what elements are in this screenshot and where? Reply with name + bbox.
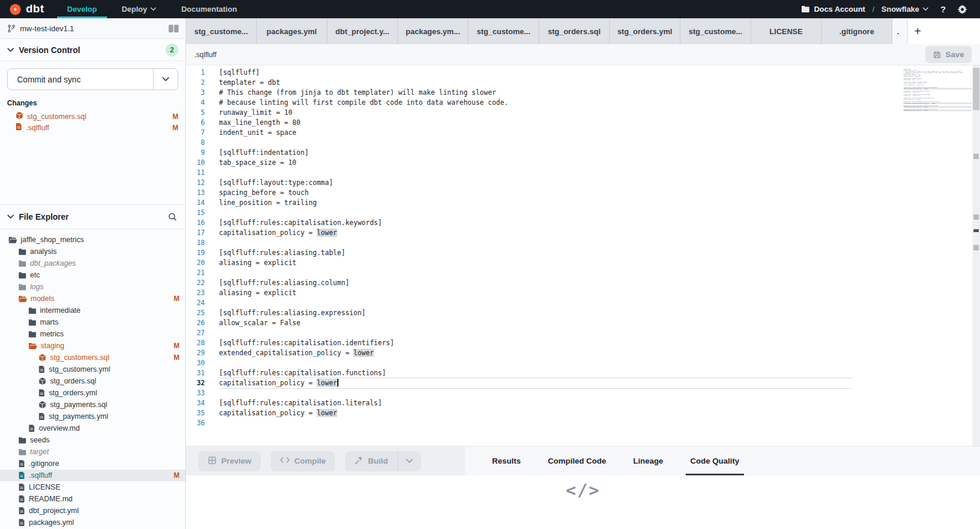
code-line[interactable]: aliasing = explicit: [219, 258, 852, 268]
code-line[interactable]: [219, 418, 852, 428]
editor-tab-4[interactable]: stg_custome...: [469, 18, 539, 44]
code-line[interactable]: line_position = trailing: [219, 198, 852, 208]
code-line[interactable]: [sqlfluff:rules:aliasing.column]: [219, 278, 852, 288]
tree-item-packages-yml[interactable]: packages.yml: [0, 517, 185, 528]
tree-item-license[interactable]: LICENSE: [0, 481, 185, 493]
editor-tab-8[interactable]: LICENSE: [751, 18, 822, 44]
nav-item-deploy[interactable]: Deploy: [109, 0, 169, 18]
code-line[interactable]: [sqlfluff:rules:capitalisation.literals]: [219, 398, 852, 408]
tree-item-stg-customers-yml[interactable]: stg_customers.yml: [0, 363, 185, 375]
tree-item-analysis[interactable]: analysis: [0, 246, 185, 257]
code-line[interactable]: # This change (from jinja to dbt templat…: [219, 88, 852, 98]
account-switcher[interactable]: Docs Account: [801, 5, 865, 14]
help-icon[interactable]: ?: [941, 4, 946, 14]
tree-item-seeds[interactable]: seeds: [0, 434, 185, 446]
code-line[interactable]: [219, 168, 852, 178]
tree-item-intermediate[interactable]: intermediate: [0, 305, 185, 316]
editor-tab-6[interactable]: stg_orders.yml: [610, 18, 680, 44]
commit-options-dropdown[interactable]: [153, 69, 178, 90]
tree-item-metrics[interactable]: metrics: [0, 328, 185, 340]
dbt-logo[interactable]: dbt: [0, 0, 55, 18]
tree-item-stg-payments-yml[interactable]: stg_payments.yml: [0, 411, 185, 422]
save-button[interactable]: Save: [925, 46, 972, 63]
file-explorer-header[interactable]: File Explorer: [0, 204, 185, 229]
code-line[interactable]: [219, 328, 852, 338]
split-panels-icon[interactable]: [168, 24, 180, 33]
tree-item-readme-md[interactable]: README.md: [0, 493, 185, 505]
tree-item-dbt-packages[interactable]: dbt_packages: [0, 257, 185, 269]
editor-tab-2[interactable]: dbt_project.y...: [327, 18, 398, 44]
code-editor[interactable]: 1234567891011121314151617181920212223242…: [186, 65, 980, 446]
code-line[interactable]: capitalisation_policy = lower: [219, 378, 852, 388]
editor-tab-9[interactable]: .gitignore: [822, 18, 892, 44]
code-line[interactable]: [sqlfluff:rules:aliasing.expression]: [219, 308, 852, 318]
scrollbar-thumb[interactable]: [973, 68, 979, 110]
code-line[interactable]: tab_space_size = 10: [219, 158, 852, 168]
code-line[interactable]: indent_unit = space: [219, 128, 852, 138]
code-line[interactable]: [219, 358, 852, 368]
tree-item-marts[interactable]: marts: [0, 316, 185, 328]
build-dropdown[interactable]: [397, 451, 421, 471]
change-item[interactable]: .sqlfluffM: [0, 122, 185, 133]
tree-item--gitignore[interactable]: .gitignore: [0, 458, 185, 470]
code-content[interactable]: [sqlfluff]templater = dbt# This change (…: [213, 65, 980, 446]
code-line[interactable]: # because linting will first compile dbt…: [219, 98, 852, 108]
compile-button[interactable]: Compile: [271, 451, 335, 471]
editor-tab-0[interactable]: stg_custome...: [186, 18, 257, 44]
tree-item-stg-orders-sql[interactable]: stg_orders.sql: [0, 375, 185, 387]
tree-item-stg-customers-sql[interactable]: stg_customers.sqlM: [0, 352, 185, 363]
panel-tab-code-quality[interactable]: Code Quality: [690, 447, 739, 475]
editor-tab-7[interactable]: stg_custome...: [680, 18, 751, 44]
panel-tab-compiled-code[interactable]: Compiled Code: [548, 447, 606, 475]
commit-and-sync-button[interactable]: Commit and sync: [7, 68, 178, 90]
code-line[interactable]: [219, 208, 852, 218]
code-line[interactable]: [sqlfluff:indentation]: [219, 148, 852, 158]
tree-item-staging[interactable]: stagingM: [0, 340, 185, 352]
tree-item-jaffle-shop-metrics[interactable]: jaffle_shop_metrics: [0, 234, 185, 246]
code-line[interactable]: [219, 388, 852, 398]
tree-item-overview-md[interactable]: overview.md: [0, 422, 185, 434]
tree-item-stg-orders-yml[interactable]: stg_orders.yml: [0, 387, 185, 399]
change-item[interactable]: stg_customers.sqlM: [0, 111, 185, 122]
code-line[interactable]: [sqlfluff:rules:capitalisation.identifie…: [219, 338, 852, 348]
editor-tab-5[interactable]: stg_orders.sql: [539, 18, 610, 44]
new-tab-button[interactable]: +: [908, 18, 928, 44]
tree-item-etc[interactable]: etc: [0, 269, 185, 281]
code-line[interactable]: [sqlfluff:rules:capitalisation.keywords]: [219, 218, 852, 228]
editor-scrollbar[interactable]: [972, 65, 980, 446]
version-control-header[interactable]: Version Control 2: [0, 39, 185, 61]
code-line[interactable]: runaway_limit = 10: [219, 108, 852, 118]
code-line[interactable]: [sqlfluff]: [219, 68, 852, 78]
tree-item-stg-payments-sql[interactable]: stg_payments.sql: [0, 399, 185, 411]
panel-tab-lineage[interactable]: Lineage: [633, 447, 663, 475]
nav-item-documentation[interactable]: Documentation: [169, 0, 250, 18]
preview-button[interactable]: Preview: [198, 451, 261, 471]
branch-row[interactable]: mw-test-idev1.1: [0, 18, 185, 39]
connection-switcher[interactable]: Snowflake: [882, 5, 929, 14]
code-line[interactable]: capitalisation_policy = lower: [219, 228, 852, 238]
tree-item-target[interactable]: target: [0, 446, 185, 458]
build-button[interactable]: Build: [345, 451, 397, 471]
code-line[interactable]: aliasing = explicit: [219, 288, 852, 298]
search-icon[interactable]: [168, 212, 177, 221]
tree-item-dbt-project-yml[interactable]: dbt_project.yml: [0, 505, 185, 517]
gear-icon[interactable]: [958, 5, 967, 14]
code-line[interactable]: spacing_before = touch: [219, 188, 852, 198]
editor-tab-1[interactable]: packages.yml: [257, 18, 327, 44]
code-line[interactable]: [219, 298, 852, 308]
nav-item-develop[interactable]: Develop: [55, 0, 109, 18]
tree-item-models[interactable]: modelsM: [0, 293, 185, 305]
code-line[interactable]: [219, 138, 852, 148]
panel-tab-results[interactable]: Results: [492, 447, 521, 475]
code-line[interactable]: capitalisation_policy = lower: [219, 408, 852, 418]
code-line[interactable]: [sqlfluff:rules:aliasing.table]: [219, 248, 852, 258]
editor-tab-3[interactable]: packages.ym...: [398, 18, 469, 44]
code-line[interactable]: [sqlfluff:rules:capitalisation.functions…: [219, 368, 852, 378]
commit-and-sync-label[interactable]: Commit and sync: [8, 69, 153, 90]
code-line[interactable]: templater = dbt: [219, 78, 852, 88]
code-line[interactable]: extended_capitalisation_policy = lower: [219, 348, 852, 358]
tree-item--sqlfluff[interactable]: .sqlfluffM: [0, 470, 185, 481]
tree-item-logs[interactable]: logs: [0, 281, 185, 293]
code-line[interactable]: [sqlfluff:layout:type:comma]: [219, 178, 852, 188]
code-line[interactable]: [219, 238, 852, 248]
